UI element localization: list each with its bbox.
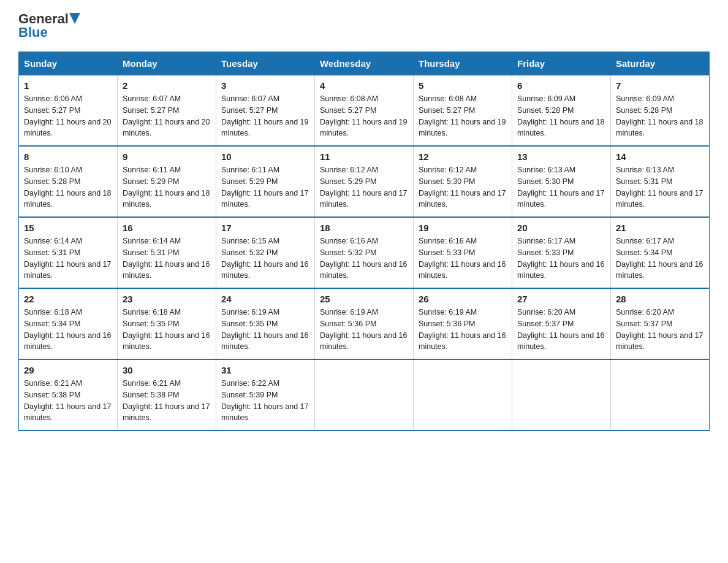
calendar-cell: 11 Sunrise: 6:12 AMSunset: 5:29 PMDaylig… (315, 146, 414, 217)
day-number: 7 (616, 80, 704, 91)
day-info: Sunrise: 6:19 AMSunset: 5:36 PMDaylight:… (419, 308, 506, 351)
calendar-cell: 31 Sunrise: 6:22 AMSunset: 5:39 PMDaylig… (216, 359, 315, 431)
day-info: Sunrise: 6:18 AMSunset: 5:34 PMDaylight:… (24, 308, 111, 351)
day-number: 4 (320, 80, 408, 91)
day-info: Sunrise: 6:07 AMSunset: 5:27 PMDaylight:… (123, 94, 210, 137)
header-thursday: Thursday (414, 52, 512, 75)
calendar-week-row: 15 Sunrise: 6:14 AMSunset: 5:31 PMDaylig… (19, 217, 710, 288)
day-number: 5 (419, 80, 507, 91)
calendar-cell: 3 Sunrise: 6:07 AMSunset: 5:27 PMDayligh… (216, 75, 315, 147)
logo-blue: Blue (18, 25, 48, 40)
day-number: 16 (123, 223, 211, 233)
day-info: Sunrise: 6:21 AMSunset: 5:38 PMDaylight:… (24, 379, 111, 422)
day-info: Sunrise: 6:07 AMSunset: 5:27 PMDaylight:… (221, 94, 308, 137)
day-number: 1 (24, 80, 112, 91)
calendar-table: SundayMondayTuesdayWednesdayThursdayFrid… (18, 52, 710, 431)
day-info: Sunrise: 6:12 AMSunset: 5:30 PMDaylight:… (419, 166, 506, 209)
calendar-cell: 23 Sunrise: 6:18 AMSunset: 5:35 PMDaylig… (118, 288, 216, 359)
day-info: Sunrise: 6:10 AMSunset: 5:28 PMDaylight:… (24, 166, 111, 209)
day-info: Sunrise: 6:18 AMSunset: 5:35 PMDaylight:… (123, 308, 210, 351)
day-number: 8 (24, 151, 112, 162)
calendar-week-row: 8 Sunrise: 6:10 AMSunset: 5:28 PMDayligh… (19, 146, 710, 217)
calendar-cell (414, 359, 512, 431)
calendar-cell: 1 Sunrise: 6:06 AMSunset: 5:27 PMDayligh… (19, 75, 118, 147)
day-number: 24 (221, 294, 309, 304)
header-saturday: Saturday (611, 52, 710, 75)
day-number: 15 (24, 223, 112, 233)
calendar-cell: 7 Sunrise: 6:09 AMSunset: 5:28 PMDayligh… (611, 75, 710, 147)
day-number: 6 (517, 80, 605, 91)
calendar-cell: 9 Sunrise: 6:11 AMSunset: 5:29 PMDayligh… (118, 146, 216, 217)
calendar-cell: 12 Sunrise: 6:12 AMSunset: 5:30 PMDaylig… (414, 146, 512, 217)
header-sunday: Sunday (19, 52, 118, 75)
header-monday: Monday (118, 52, 216, 75)
day-number: 29 (24, 365, 112, 375)
day-info: Sunrise: 6:16 AMSunset: 5:33 PMDaylight:… (419, 237, 506, 280)
day-number: 25 (320, 294, 408, 304)
calendar-cell: 21 Sunrise: 6:17 AMSunset: 5:34 PMDaylig… (611, 217, 710, 288)
day-number: 20 (517, 223, 605, 233)
day-number: 21 (616, 223, 704, 233)
header-friday: Friday (512, 52, 611, 75)
day-number: 12 (419, 151, 507, 162)
calendar-cell: 25 Sunrise: 6:19 AMSunset: 5:36 PMDaylig… (315, 288, 414, 359)
day-number: 13 (517, 151, 605, 162)
calendar-cell: 13 Sunrise: 6:13 AMSunset: 5:30 PMDaylig… (512, 146, 611, 217)
day-info: Sunrise: 6:16 AMSunset: 5:32 PMDaylight:… (320, 237, 407, 280)
day-number: 3 (221, 80, 309, 91)
header-tuesday: Tuesday (216, 52, 315, 75)
day-info: Sunrise: 6:09 AMSunset: 5:28 PMDaylight:… (517, 94, 604, 137)
day-number: 26 (419, 294, 507, 304)
day-info: Sunrise: 6:21 AMSunset: 5:38 PMDaylight:… (123, 379, 210, 422)
calendar-header-row: SundayMondayTuesdayWednesdayThursdayFrid… (19, 52, 710, 75)
calendar-week-row: 22 Sunrise: 6:18 AMSunset: 5:34 PMDaylig… (19, 288, 710, 359)
calendar-cell: 29 Sunrise: 6:21 AMSunset: 5:38 PMDaylig… (19, 359, 118, 431)
day-info: Sunrise: 6:11 AMSunset: 5:29 PMDaylight:… (123, 166, 210, 209)
page-header: General Blue (18, 12, 710, 40)
day-number: 17 (221, 223, 309, 233)
day-info: Sunrise: 6:17 AMSunset: 5:33 PMDaylight:… (517, 237, 604, 280)
logo-general: General (18, 12, 69, 26)
calendar-cell: 26 Sunrise: 6:19 AMSunset: 5:36 PMDaylig… (414, 288, 512, 359)
calendar-week-row: 29 Sunrise: 6:21 AMSunset: 5:38 PMDaylig… (19, 359, 710, 431)
day-info: Sunrise: 6:19 AMSunset: 5:36 PMDaylight:… (320, 308, 407, 351)
day-info: Sunrise: 6:14 AMSunset: 5:31 PMDaylight:… (123, 237, 210, 280)
day-number: 19 (419, 223, 507, 233)
calendar-cell: 5 Sunrise: 6:08 AMSunset: 5:27 PMDayligh… (414, 75, 512, 147)
day-number: 10 (221, 151, 309, 162)
calendar-cell: 24 Sunrise: 6:19 AMSunset: 5:35 PMDaylig… (216, 288, 315, 359)
day-number: 28 (616, 294, 704, 304)
day-info: Sunrise: 6:12 AMSunset: 5:29 PMDaylight:… (320, 166, 407, 209)
day-info: Sunrise: 6:15 AMSunset: 5:32 PMDaylight:… (221, 237, 308, 280)
day-number: 9 (123, 151, 211, 162)
day-info: Sunrise: 6:14 AMSunset: 5:31 PMDaylight:… (24, 237, 111, 280)
calendar-cell: 14 Sunrise: 6:13 AMSunset: 5:31 PMDaylig… (611, 146, 710, 217)
day-number: 30 (123, 365, 211, 375)
logo: General Blue (18, 12, 80, 40)
calendar-cell: 16 Sunrise: 6:14 AMSunset: 5:31 PMDaylig… (118, 217, 216, 288)
calendar-cell: 10 Sunrise: 6:11 AMSunset: 5:29 PMDaylig… (216, 146, 315, 217)
calendar-cell: 4 Sunrise: 6:08 AMSunset: 5:27 PMDayligh… (315, 75, 414, 147)
calendar-cell (611, 359, 710, 431)
day-number: 14 (616, 151, 704, 162)
calendar-cell (315, 359, 414, 431)
calendar-cell: 22 Sunrise: 6:18 AMSunset: 5:34 PMDaylig… (19, 288, 118, 359)
calendar-week-row: 1 Sunrise: 6:06 AMSunset: 5:27 PMDayligh… (19, 75, 710, 147)
calendar-cell: 2 Sunrise: 6:07 AMSunset: 5:27 PMDayligh… (118, 75, 216, 147)
day-info: Sunrise: 6:20 AMSunset: 5:37 PMDaylight:… (616, 308, 703, 351)
day-info: Sunrise: 6:19 AMSunset: 5:35 PMDaylight:… (221, 308, 308, 351)
day-number: 11 (320, 151, 408, 162)
calendar-cell: 27 Sunrise: 6:20 AMSunset: 5:37 PMDaylig… (512, 288, 611, 359)
day-number: 31 (221, 365, 309, 375)
day-info: Sunrise: 6:09 AMSunset: 5:28 PMDaylight:… (616, 94, 703, 137)
calendar-cell: 8 Sunrise: 6:10 AMSunset: 5:28 PMDayligh… (19, 146, 118, 217)
svg-marker-0 (69, 13, 80, 24)
day-number: 2 (123, 80, 211, 91)
day-info: Sunrise: 6:13 AMSunset: 5:30 PMDaylight:… (517, 166, 604, 209)
day-info: Sunrise: 6:06 AMSunset: 5:27 PMDaylight:… (24, 94, 111, 137)
header-wednesday: Wednesday (315, 52, 414, 75)
calendar-cell: 30 Sunrise: 6:21 AMSunset: 5:38 PMDaylig… (118, 359, 216, 431)
day-info: Sunrise: 6:17 AMSunset: 5:34 PMDaylight:… (616, 237, 703, 280)
day-info: Sunrise: 6:20 AMSunset: 5:37 PMDaylight:… (517, 308, 604, 351)
logo-triangle-icon (69, 13, 80, 24)
